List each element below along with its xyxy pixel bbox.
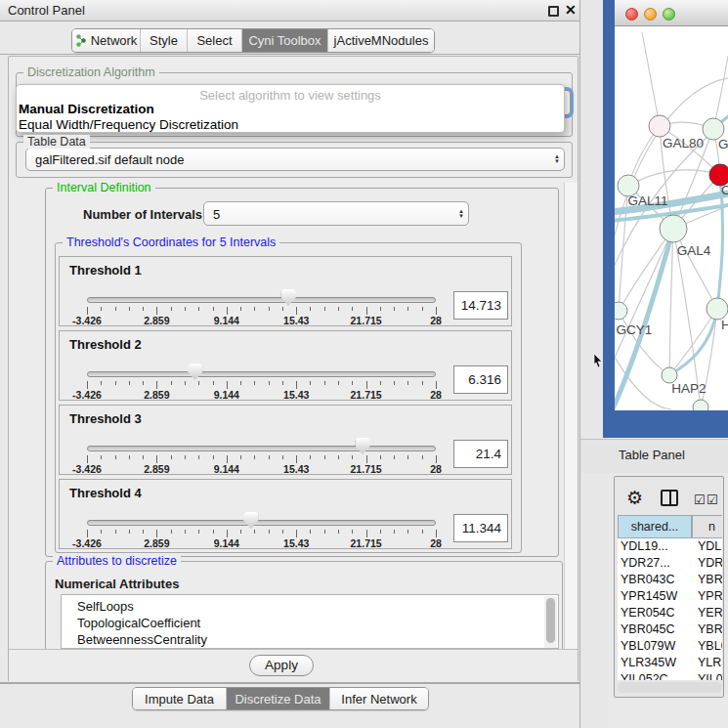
table-data-select[interactable]: galFiltered.sif default node ▲▼ <box>25 148 565 171</box>
minimize-traffic-light-icon[interactable] <box>644 8 657 21</box>
tab-network[interactable]: Network <box>72 29 141 52</box>
attributes-list[interactable]: SelfLoopsTopologicalCoefficientBetweenne… <box>61 594 559 649</box>
column-header[interactable]: shared... <box>618 515 692 538</box>
network-node-gcy1[interactable] <box>615 302 627 320</box>
tick-mark <box>380 381 381 385</box>
node-label: C <box>721 183 728 197</box>
column-header[interactable]: n <box>692 515 722 538</box>
threshold-label: Threshold 3 <box>69 411 142 426</box>
panel-vertical-scrollbar[interactable] <box>564 183 578 649</box>
tab-select[interactable]: Select <box>188 29 242 52</box>
tick-mark <box>394 530 395 534</box>
tab-impute-data[interactable]: Impute Data <box>133 688 227 709</box>
threshold-value-field[interactable]: 11.344 <box>453 514 508 542</box>
close-icon[interactable]: ✕ <box>565 2 577 18</box>
network-edge[interactable] <box>669 309 717 375</box>
algorithm-option[interactable]: Manual Discretization <box>19 102 562 117</box>
checkbox-icon[interactable]: ☑ <box>707 492 718 507</box>
threshold-value-field[interactable]: 14.713 <box>453 291 508 320</box>
network-node-gal4[interactable] <box>660 215 687 242</box>
tick-label: 2.859 <box>144 537 169 549</box>
tab-style[interactable]: Style <box>141 29 188 52</box>
table-cell[interactable]: YBR045C <box>621 621 695 638</box>
network-node-h[interactable] <box>707 298 728 320</box>
table-cell[interactable]: YER0 <box>698 605 722 621</box>
tick-mark <box>87 381 88 389</box>
table-cell[interactable]: YPR1 <box>698 588 722 605</box>
tick-label: 15.43 <box>283 463 309 475</box>
table-cell[interactable]: YBL079W <box>621 638 695 655</box>
slider-thumb[interactable] <box>356 438 370 454</box>
table-cell[interactable]: YPR145W <box>621 588 695 605</box>
network-edge[interactable] <box>669 229 673 375</box>
num-intervals-select[interactable]: 5 ▲▼ <box>203 201 469 226</box>
apply-button[interactable]: Apply <box>249 655 314 676</box>
table-cell[interactable]: YIL0 <box>698 671 722 680</box>
network-canvas[interactable]: GAL80GCGAL11GAL4GCY1HHAP2 <box>615 26 728 410</box>
float-window-icon[interactable] <box>548 6 559 17</box>
table-cell[interactable]: YDR27... <box>621 555 695 572</box>
node-table: shared...nYDL19...YDL1YDR27...YDR2YBR043… <box>618 515 722 680</box>
algorithm-option[interactable]: Equal Width/Frequency Discretization <box>19 117 562 133</box>
columns-icon[interactable] <box>661 490 678 506</box>
slider-thumb[interactable] <box>243 512 258 529</box>
tick-mark <box>338 307 339 311</box>
tick-mark <box>310 307 311 311</box>
close-traffic-light-icon[interactable] <box>625 8 638 21</box>
slider-track[interactable] <box>87 371 436 377</box>
slider-track[interactable] <box>87 520 436 526</box>
gear-icon[interactable]: ⚙ <box>626 487 643 509</box>
tick-mark <box>422 307 423 311</box>
table-cell[interactable]: YDL1 <box>698 538 722 555</box>
tick-label: 9.144 <box>214 315 239 326</box>
tick-mark <box>380 455 381 459</box>
list-item[interactable]: SelfLoops <box>77 598 134 615</box>
tick-mark <box>101 455 102 459</box>
table-cell[interactable]: YER054C <box>621 605 695 621</box>
table-cell[interactable]: YLR345W <box>621 655 695 671</box>
tick-mark <box>366 381 367 389</box>
tick-mark <box>129 307 130 311</box>
table-cell[interactable]: YBR0 <box>698 621 722 638</box>
slider-thumb[interactable] <box>188 364 202 380</box>
table-cell[interactable]: YBR0 <box>698 572 722 588</box>
table-cell[interactable]: YLR3 <box>698 655 722 671</box>
slider-track[interactable] <box>87 297 436 303</box>
table-cell[interactable]: YDL19... <box>621 538 695 555</box>
network-node-b1[interactable] <box>693 400 708 410</box>
threshold-value-field[interactable]: 21.4 <box>453 440 508 468</box>
table-cell[interactable]: YBR043C <box>621 572 695 588</box>
threshold-label: Threshold 1 <box>69 263 142 278</box>
tab-jactivemnodules[interactable]: jActiveMNodules <box>328 29 434 52</box>
tab-cyni-toolbox[interactable]: Cyni Toolbox <box>242 29 328 52</box>
tick-mark <box>227 381 228 389</box>
tick-mark <box>143 381 144 385</box>
node-label: GAL80 <box>663 136 704 150</box>
list-item[interactable]: TopologicalCoefficient <box>77 615 200 631</box>
network-node-gal80[interactable] <box>649 115 670 137</box>
tabstrip-divider <box>0 54 579 55</box>
tick-mark <box>185 381 186 385</box>
tick-mark <box>185 530 186 534</box>
table-cell[interactable]: YIL052C <box>621 671 695 680</box>
tab-infer-network[interactable]: Infer Network <box>330 688 428 709</box>
tick-mark <box>156 455 157 463</box>
attributes-scrollbar[interactable] <box>544 596 557 649</box>
threshold-label: Threshold 4 <box>69 486 142 500</box>
tab-discretize-data[interactable]: Discretize Data <box>227 688 330 709</box>
tick-mark <box>198 455 199 459</box>
table-cell[interactable]: YDR2 <box>698 555 722 572</box>
threshold-value-field[interactable]: 6.316 <box>453 365 508 394</box>
table-cell[interactable]: YBL0 <box>698 638 722 655</box>
checkbox-icon[interactable]: ☑ <box>694 492 706 507</box>
node-label: GAL11 <box>627 193 667 208</box>
zoom-traffic-light-icon[interactable] <box>663 8 675 21</box>
slider-track[interactable] <box>87 446 436 451</box>
slider-thumb[interactable] <box>281 289 296 306</box>
network-edge[interactable] <box>642 32 660 126</box>
tick-mark <box>129 455 130 459</box>
list-item[interactable]: BetweennessCentrality <box>77 631 207 648</box>
tick-mark <box>436 307 437 315</box>
tick-mark <box>198 530 199 534</box>
table-horizontal-scrollbar[interactable] <box>618 682 722 693</box>
